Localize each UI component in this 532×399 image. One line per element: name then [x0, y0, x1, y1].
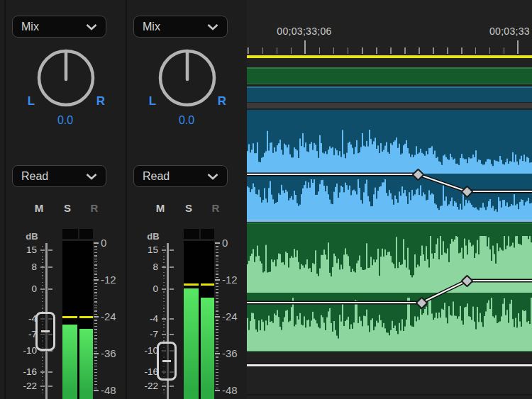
peak-indicator-left — [184, 283, 199, 286]
fader-scale-label: 8 — [127, 262, 158, 272]
fader-tick — [170, 386, 174, 387]
video-track-clip-bar[interactable] — [247, 67, 532, 84]
automation-mode-dropdown[interactable]: Read — [12, 165, 106, 187]
pan-right-label: R — [215, 94, 229, 108]
db-unit-label: dB — [24, 231, 40, 242]
fader-scale-label: -22 — [6, 381, 37, 391]
fader-scale-label: -16 — [127, 366, 158, 377]
solo-button[interactable]: S — [61, 202, 74, 214]
mixer-channel-strip-1: Mix L R 0.0 Read M S R dB 15 8 0 -4 -7 -… — [6, 0, 126, 399]
meter-scale-label: -12 — [222, 274, 246, 286]
chevron-down-icon — [86, 173, 97, 180]
meter-scale-label: -12 — [101, 274, 125, 286]
pan-knob[interactable] — [155, 44, 219, 111]
meter-tick — [215, 390, 220, 391]
work-area-bar[interactable] — [247, 55, 532, 58]
chevron-down-icon — [207, 173, 218, 180]
track-automation-line[interactable] — [247, 364, 532, 367]
fader-scale-label: 0 — [127, 283, 158, 294]
record-arm-button[interactable]: R — [209, 202, 222, 214]
fader-scale-label: -10 — [127, 345, 158, 356]
meter-scale-label: -36 — [222, 347, 246, 359]
meter-scale-label: -36 — [101, 347, 125, 359]
fader-tick — [48, 371, 52, 373]
meter-bar-right — [201, 298, 214, 399]
meter-tick — [94, 353, 99, 354]
meter-scale-label: 0 — [101, 237, 125, 249]
meter-scale-label: -48 — [101, 384, 125, 396]
ruler-major-tick — [517, 40, 519, 54]
fader-tick — [48, 266, 52, 268]
record-arm-button[interactable]: R — [88, 202, 101, 214]
input-channel-dropdown[interactable]: Mix — [12, 16, 106, 38]
fader-scale-label: -10 — [6, 345, 37, 356]
level-meter — [62, 241, 93, 399]
meter-minor-ticks — [216, 243, 218, 392]
automation-mode-label: Read — [21, 170, 48, 183]
fader-tick — [170, 266, 174, 268]
meter-tick — [215, 316, 220, 317]
ruler-timecode: 00;03;33;06 — [269, 26, 340, 37]
audio-track-clip-bar[interactable] — [247, 86, 532, 102]
fader-scale-label: -4 — [6, 313, 37, 324]
meter-tick — [215, 279, 220, 281]
audio-track-mixer-panel: Mix L R 0.0 Read M S R dB 15 8 0 -4 -7 -… — [0, 0, 247, 399]
meter-tick — [94, 242, 99, 244]
peak-indicator-right — [201, 283, 214, 286]
fader-scale-label: 0 — [6, 283, 37, 294]
volume-fader-handle[interactable] — [157, 342, 177, 381]
track-divider — [247, 394, 532, 395]
meter-tick — [94, 390, 99, 391]
mixer-channel-strip-2: Mix L R 0.0 Read M S R dB 15 8 0 -4 -7 -… — [127, 0, 247, 399]
audio-clip-green-waveform[interactable] — [247, 223, 532, 352]
meter-scale-label: -48 — [222, 384, 246, 396]
clip-indicator-left — [184, 229, 199, 239]
input-channel-dropdown[interactable]: Mix — [133, 16, 228, 38]
time-ruler[interactable] — [247, 47, 532, 54]
fader-scale-label: -7 — [6, 329, 37, 339]
fader-tick — [170, 318, 174, 320]
mute-button[interactable]: M — [154, 202, 167, 214]
fader-tick — [48, 249, 52, 251]
audio-clip-blue-waveform[interactable] — [247, 110, 532, 222]
clip-indicator-right — [79, 229, 93, 239]
fader-tick — [170, 288, 174, 290]
pan-knob[interactable] — [34, 44, 98, 111]
fader-scale-label: -4 — [127, 313, 158, 324]
db-unit-label: dB — [145, 231, 161, 242]
fader-tick — [48, 386, 52, 387]
fader-tick — [170, 249, 174, 251]
solo-button[interactable]: S — [182, 202, 195, 214]
meter-tick — [215, 242, 220, 244]
fader-scale-label: -16 — [6, 366, 37, 377]
mute-button[interactable]: M — [33, 202, 45, 214]
fader-scale-label: 8 — [6, 262, 37, 272]
pan-value[interactable]: 0.0 — [44, 114, 87, 127]
ruler-major-tick — [304, 40, 306, 54]
meter-tick — [94, 279, 99, 281]
meter-bar-right — [79, 329, 93, 399]
input-channel-label: Mix — [21, 21, 39, 33]
fader-scale-label: -22 — [127, 381, 158, 391]
pan-value[interactable]: 0.0 — [165, 114, 208, 127]
track-header-gap — [247, 103, 532, 108]
fader-scale-label: -7 — [127, 329, 158, 339]
meter-minor-ticks — [94, 243, 97, 392]
chevron-down-icon — [86, 23, 97, 30]
volume-fader-handle[interactable] — [35, 312, 55, 351]
clip-indicator-right — [201, 229, 214, 239]
fader-tick — [48, 288, 52, 290]
chevron-down-icon — [207, 23, 218, 30]
clip-indicator-left — [62, 229, 78, 239]
fader-tick — [170, 334, 174, 335]
automation-mode-dropdown[interactable]: Read — [133, 165, 228, 187]
meter-bar-left — [62, 325, 77, 399]
level-meter — [184, 241, 214, 399]
meter-bar-left — [184, 288, 199, 399]
meter-scale-label: 0 — [222, 237, 246, 249]
fader-scale-label: 15 — [127, 245, 158, 255]
pan-right-label: R — [94, 94, 108, 108]
automation-mode-label: Read — [143, 170, 170, 183]
meter-tick — [215, 353, 220, 354]
meter-scale-label: -24 — [101, 310, 125, 322]
